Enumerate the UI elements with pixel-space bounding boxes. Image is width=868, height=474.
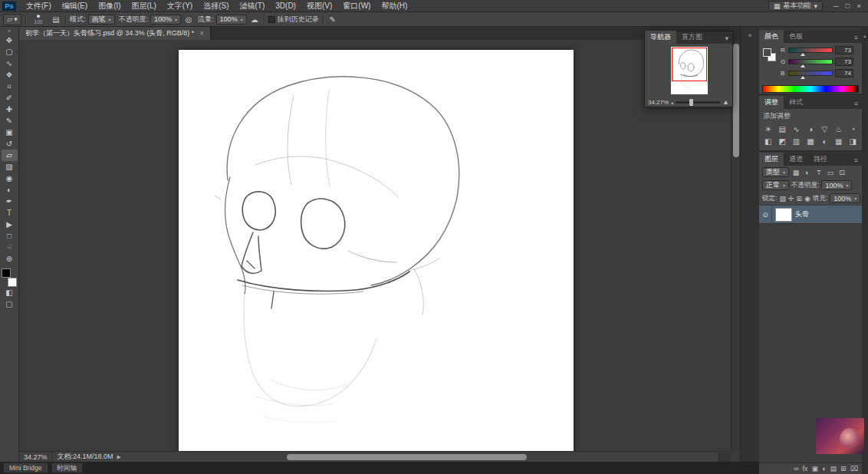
clone-stamp-tool[interactable]: ▣ bbox=[2, 127, 18, 138]
menu-item-type[interactable]: 文字(Y) bbox=[162, 0, 198, 12]
channel-mixer-icon[interactable]: ▥ bbox=[790, 135, 803, 147]
layer-filter-dropdown[interactable]: 类型 ▾ bbox=[762, 167, 789, 177]
lock-transparency-icon[interactable]: ▧ bbox=[779, 195, 786, 202]
photo-filter-icon[interactable]: ◩ bbox=[775, 135, 788, 147]
tablet-pressure-opacity-icon[interactable]: ◎ bbox=[183, 15, 194, 24]
layer-mask-icon[interactable]: ▣ bbox=[812, 465, 819, 472]
tab-histogram[interactable]: 直方图 bbox=[676, 31, 708, 44]
gradient-tool[interactable]: ▨ bbox=[2, 161, 18, 173]
timeline-button[interactable]: 时间轴 bbox=[51, 462, 84, 473]
menu-item-window[interactable]: 窗口(W) bbox=[337, 0, 376, 12]
dock-scroll-strip[interactable]: ▲ bbox=[862, 27, 868, 474]
collapse-panels-button[interactable]: « bbox=[741, 31, 759, 39]
tool-preset-picker[interactable]: ▱ ▾ bbox=[3, 14, 21, 25]
panel-menu-icon[interactable]: ≡ bbox=[854, 156, 862, 166]
zoom-out-mountain-icon[interactable]: ▴ bbox=[671, 100, 673, 105]
hand-tool[interactable]: ☟ bbox=[2, 242, 18, 253]
layer-opacity-dropdown[interactable]: 100% ▾ bbox=[821, 180, 852, 190]
healing-brush-tool[interactable]: ✚ bbox=[2, 104, 18, 115]
lock-pixels-icon[interactable]: ✛ bbox=[788, 195, 794, 202]
blue-channel-value[interactable]: 74 bbox=[835, 69, 853, 77]
airbrush-icon[interactable]: ☁ bbox=[249, 15, 260, 24]
quick-mask-button[interactable]: ◧ bbox=[2, 287, 18, 298]
hue-saturation-icon[interactable]: ♨ bbox=[832, 123, 845, 135]
lasso-tool[interactable]: ∿ bbox=[2, 58, 18, 69]
blend-mode-dropdown[interactable]: 正常 ▾ bbox=[762, 180, 789, 190]
menu-item-select[interactable]: 选择(S) bbox=[198, 0, 234, 12]
filter-smart-objects-icon[interactable]: ⊡ bbox=[837, 169, 847, 176]
tab-channels[interactable]: 通道 bbox=[784, 153, 808, 166]
panel-menu-icon[interactable]: ≡ bbox=[854, 100, 862, 109]
color-balance-icon[interactable]: ◔ bbox=[847, 123, 860, 135]
tab-paths[interactable]: 路径 bbox=[808, 153, 833, 166]
tab-navigator[interactable]: 导航器 bbox=[645, 31, 676, 44]
menu-item-edit[interactable]: 编辑(E) bbox=[57, 0, 93, 12]
slider-tick[interactable] bbox=[801, 53, 805, 56]
panel-collapse-icon[interactable]: ▾ bbox=[725, 35, 732, 44]
red-channel-slider[interactable] bbox=[788, 48, 833, 53]
lock-position-icon[interactable]: ⊞ bbox=[796, 195, 802, 202]
navigator-zoom-slider[interactable] bbox=[676, 101, 720, 104]
zoom-tool[interactable]: ⊕ bbox=[2, 253, 18, 265]
slider-tick[interactable] bbox=[801, 76, 805, 79]
brush-panel-toggle-icon[interactable]: ✎ bbox=[327, 15, 338, 24]
shape-tool[interactable]: □ bbox=[2, 230, 18, 242]
path-selection-tool[interactable]: ▶ bbox=[2, 219, 18, 230]
status-expand-arrow-icon[interactable]: ▶ bbox=[117, 454, 121, 460]
eraser-tool[interactable]: ▱ bbox=[2, 150, 18, 161]
canvas[interactable] bbox=[179, 50, 574, 453]
link-layers-icon[interactable]: ∞ bbox=[794, 465, 798, 472]
color-lookup-icon[interactable]: ▩ bbox=[804, 135, 817, 147]
status-zoom-value[interactable]: 34.27% bbox=[19, 453, 52, 461]
tab-layers[interactable]: 图层 bbox=[759, 153, 784, 166]
blur-tool[interactable]: ◉ bbox=[2, 173, 18, 184]
navigator-thumbnail[interactable] bbox=[671, 47, 708, 94]
foreground-color-swatch[interactable] bbox=[2, 268, 11, 278]
slider-tick[interactable] bbox=[801, 64, 805, 67]
green-channel-value[interactable]: 73 bbox=[835, 58, 853, 66]
horizontal-scrollbar-thumb[interactable] bbox=[287, 454, 527, 460]
red-channel-value[interactable]: 73 bbox=[835, 46, 853, 54]
filter-shape-layers-icon[interactable]: ▭ bbox=[826, 169, 835, 176]
menu-item-3d[interactable]: 3D(D) bbox=[270, 0, 301, 12]
tab-color[interactable]: 颜色 bbox=[759, 30, 784, 43]
brightness-contrast-icon[interactable]: ☀ bbox=[761, 123, 774, 135]
document-tab[interactable]: 初学（第一天）头骨练习.psd @ 34.3% (头骨, RGB/8) * × bbox=[19, 27, 211, 40]
screen-mode-button[interactable]: ▢ bbox=[2, 298, 18, 310]
tab-adjustments[interactable]: 调整 bbox=[759, 96, 784, 109]
flow-dropdown[interactable]: 100% ▾ bbox=[216, 15, 247, 25]
toggle-brush-panel-icon[interactable]: ▤ bbox=[51, 15, 61, 24]
navigator-zoom-value[interactable]: 34.27% bbox=[648, 99, 669, 106]
exposure-icon[interactable]: ◑ bbox=[804, 123, 817, 135]
history-brush-tool[interactable]: ↺ bbox=[2, 138, 18, 150]
menu-item-file[interactable]: 文件(F) bbox=[21, 0, 57, 12]
eyedropper-tool[interactable]: ✐ bbox=[2, 92, 18, 104]
foreground-color-swatch[interactable] bbox=[763, 48, 771, 57]
rectangular-marquee-tool[interactable]: ▢ bbox=[2, 46, 18, 58]
menu-item-help[interactable]: 帮助(H) bbox=[376, 0, 413, 12]
blue-channel-slider[interactable] bbox=[788, 71, 833, 76]
menu-item-layer[interactable]: 图层(L) bbox=[127, 0, 162, 12]
workspace-switcher[interactable]: ▦ 基本功能 ▾ bbox=[768, 1, 823, 11]
navigator-view-box[interactable] bbox=[672, 48, 707, 81]
layer-visibility-eye-icon[interactable]: ⊙ bbox=[759, 205, 772, 224]
filter-adjustment-layers-icon[interactable]: ◐ bbox=[803, 169, 812, 176]
navigator-zoom-slider-thumb[interactable] bbox=[689, 99, 693, 106]
threshold-icon[interactable]: ◨ bbox=[847, 135, 860, 147]
dodge-tool[interactable]: ◐ bbox=[2, 184, 18, 196]
filter-type-layers-icon[interactable]: T bbox=[814, 169, 824, 176]
mode-dropdown[interactable]: 画笔 ▾ bbox=[88, 15, 115, 25]
layer-name[interactable]: 头骨 bbox=[795, 209, 809, 219]
vibrance-icon[interactable]: ▽ bbox=[818, 123, 831, 135]
invert-icon[interactable]: ◐ bbox=[818, 135, 831, 147]
delete-layer-icon[interactable]: ⌧ bbox=[850, 465, 858, 472]
close-button[interactable]: × bbox=[853, 2, 865, 10]
black-white-icon[interactable]: ◧ bbox=[761, 135, 774, 147]
posterize-icon[interactable]: ▦ bbox=[832, 135, 845, 147]
layer-thumbnail[interactable] bbox=[775, 208, 792, 222]
maximize-button[interactable]: □ bbox=[842, 2, 853, 10]
toolbar-collapse-button[interactable]: » bbox=[8, 28, 11, 35]
layer-effects-icon[interactable]: fx bbox=[803, 465, 808, 472]
layer-row-skull[interactable]: ⊙ 头骨 bbox=[759, 205, 862, 224]
quick-selection-tool[interactable]: ❖ bbox=[2, 69, 18, 81]
